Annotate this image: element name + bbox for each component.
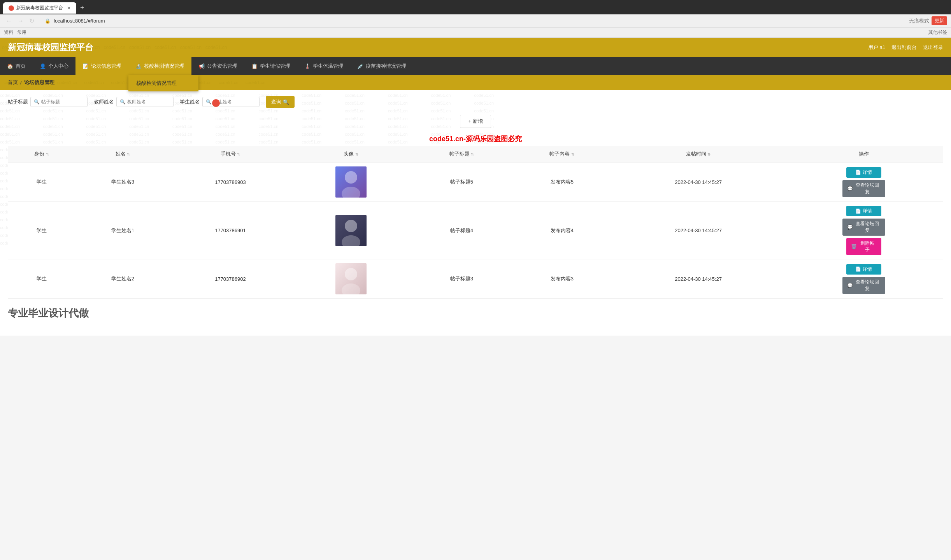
cell-name-2: 学生姓名2 xyxy=(75,259,170,299)
detail-icon-1: 📄 xyxy=(855,208,861,214)
reload-btn[interactable]: ↻ xyxy=(27,16,36,25)
svg-point-4 xyxy=(345,220,357,232)
nav-item-announcement[interactable]: 📢 公告资讯管理 xyxy=(191,57,244,75)
browser-right-controls: 无痕模式 更新 xyxy=(909,16,947,25)
forum-icon: 📝 xyxy=(82,63,89,69)
address-bar[interactable]: 🔒 localhost:8081/#/forum xyxy=(39,16,906,26)
sort-arrow-phone[interactable]: ⇅ xyxy=(237,152,240,156)
nav-label-vaccine: 疫苗接种情况管理 xyxy=(366,63,406,70)
cell-actions-2: 📄 详情💬 查看论坛回复 xyxy=(784,259,943,299)
nav-item-forum[interactable]: 📝 论坛信息管理 xyxy=(75,57,128,75)
user-label: 用户 a1 xyxy=(868,44,885,51)
favicon xyxy=(9,5,14,11)
vaccine-icon: 💉 xyxy=(357,63,363,69)
nav-item-nucleic[interactable]: 🔬 核酸检测情况管理 核酸检测情况管理 xyxy=(128,57,191,75)
update-btn[interactable]: 更新 xyxy=(932,16,947,25)
app-title-wrap: 新冠病毒校园监控平台 xyxy=(8,42,93,53)
incognito-label: 无痕模式 xyxy=(909,18,929,24)
sort-arrow-avatar[interactable]: ⇅ xyxy=(355,152,358,156)
dropdown-item-nucleic[interactable]: 核酸检测情况管理 xyxy=(128,75,198,91)
search-icon-2: 🔍 xyxy=(120,99,126,105)
sort-arrow-post-content[interactable]: ⇅ xyxy=(571,152,574,156)
query-search-icon: 🔍 xyxy=(283,99,289,105)
cell-name-1: 学生姓名1 xyxy=(75,202,170,259)
app-header-right: 用户 a1 退出到前台 退出登录 xyxy=(868,44,943,51)
back-to-front-btn[interactable]: 退出到前台 xyxy=(891,44,917,51)
view-icon-0: 💬 xyxy=(847,186,853,191)
main-content: code51.cncode51.cncode51.cncode51.cncode… xyxy=(0,90,951,336)
nucleic-icon: 🔬 xyxy=(135,63,142,69)
nucleic-dropdown: 核酸检测情况管理 xyxy=(128,75,198,91)
nav-item-personal[interactable]: 👤 个人中心 xyxy=(33,57,75,75)
view-replies-btn-0[interactable]: 💬 查看论坛回复 xyxy=(842,180,885,197)
url-text: localhost:8081/#/forum xyxy=(54,18,105,24)
col-post-content: 帖子内容 ⇅ xyxy=(512,146,612,163)
view-icon-1: 💬 xyxy=(847,224,853,230)
action-btns-2: 📄 详情💬 查看论坛回复 xyxy=(788,264,940,294)
student-name-input[interactable] xyxy=(213,99,256,105)
post-title-label: 帖子标题 xyxy=(8,98,28,105)
browser-tab[interactable]: 新冠病毒校园监控平台 ✕ xyxy=(3,2,76,14)
breadcrumb-home[interactable]: 首页 xyxy=(8,79,18,86)
nav-label-home: 首页 xyxy=(16,63,26,70)
cell-post-title-1: 帖子标题4 xyxy=(412,202,512,259)
lock-icon: 🔒 xyxy=(45,18,51,24)
teacher-name-input[interactable] xyxy=(127,99,170,105)
nav-item-vaccine[interactable]: 💉 疫苗接种情况管理 xyxy=(350,57,413,75)
cell-post-time-0: 2022-04-30 14:45:27 xyxy=(612,163,784,202)
view-replies-btn-1[interactable]: 💬 查看论坛回复 xyxy=(842,219,885,236)
sort-arrow-name[interactable]: ⇅ xyxy=(127,152,130,156)
person-icon: 👤 xyxy=(40,63,46,69)
sort-arrow-post-title[interactable]: ⇅ xyxy=(471,152,474,156)
nav-bar: 🏠 首页 👤 个人中心 📝 论坛信息管理 🔬 核酸检测情况管理 核酸检测情况管理… xyxy=(0,57,951,75)
app-title: 新冠病毒校园监控平台 xyxy=(8,42,93,52)
cell-actions-0: 📄 详情💬 查看论坛回复 xyxy=(784,163,943,202)
add-btn-container: + 新增 xyxy=(8,111,943,132)
post-title-input-wrap: 🔍 xyxy=(30,97,88,107)
search-teacher-name: 教师姓名 🔍 xyxy=(94,97,174,107)
table-header-row: 身份 ⇅ 姓名 ⇅ 手机号 ⇅ 头像 ⇅ xyxy=(8,146,943,163)
cell-post-time-1: 2022-04-30 14:45:27 xyxy=(612,202,784,259)
sort-arrow-role[interactable]: ⇅ xyxy=(46,152,49,156)
forward-btn[interactable]: → xyxy=(16,17,26,25)
query-btn-label: 查询 xyxy=(271,98,281,105)
bookmark-item-2[interactable]: 常用 xyxy=(17,29,26,36)
svg-point-7 xyxy=(345,268,357,280)
query-button[interactable]: 查询 🔍 xyxy=(266,96,295,108)
delete-btn-1[interactable]: 🗑️ 删除帖子 xyxy=(846,238,881,255)
add-button[interactable]: + 新增 xyxy=(460,115,491,128)
cell-post-content-2: 发布内容3 xyxy=(512,259,612,299)
tab-close-btn[interactable]: ✕ xyxy=(67,5,71,11)
view-replies-btn-2[interactable]: 💬 查看论坛回复 xyxy=(842,277,885,294)
sort-arrow-post-time[interactable]: ⇅ xyxy=(707,152,711,156)
table-row: 学生学生姓名217703786902 帖子标题3发布内容32022-04-30 … xyxy=(8,259,943,299)
other-bookmarks[interactable]: 其他书签 xyxy=(928,29,947,36)
logout-btn[interactable]: 退出登录 xyxy=(923,44,943,51)
nav-item-home[interactable]: 🏠 首页 xyxy=(0,57,33,75)
nav-label-temperature: 学生体温管理 xyxy=(313,63,343,70)
tab-title: 新冠病毒校园监控平台 xyxy=(16,5,63,11)
table-row: 学生学生姓名117703786901 帖子标题4发布内容42022-04-30 … xyxy=(8,202,943,259)
nav-item-leave[interactable]: 📋 学生请假管理 xyxy=(244,57,297,75)
nav-item-temperature[interactable]: 🌡️ 学生体温管理 xyxy=(297,57,350,75)
cell-role-2: 学生 xyxy=(8,259,75,299)
detail-btn-1[interactable]: 📄 详情 xyxy=(846,206,881,216)
col-post-time: 发帖时间 ⇅ xyxy=(612,146,784,163)
view-icon-2: 💬 xyxy=(847,283,853,288)
detail-btn-0[interactable]: 📄 详情 xyxy=(846,167,881,178)
cell-avatar-0 xyxy=(291,163,412,202)
nav-label-personal: 个人中心 xyxy=(48,63,68,70)
search-icon-3: 🔍 xyxy=(206,99,212,105)
svg-point-1 xyxy=(345,171,357,184)
cell-avatar-1 xyxy=(291,202,412,259)
bookmark-item-1[interactable]: 资料 xyxy=(4,29,13,36)
col-phone: 手机号 ⇅ xyxy=(170,146,290,163)
nav-controls: ← → ↻ xyxy=(4,16,36,25)
new-tab-btn[interactable]: + xyxy=(76,2,88,14)
back-btn[interactable]: ← xyxy=(4,17,14,25)
table-body: 学生学生姓名317703786903 帖子标题5发布内容52022-04-30 … xyxy=(8,163,943,299)
detail-btn-2[interactable]: 📄 详情 xyxy=(846,264,881,275)
post-title-input[interactable] xyxy=(41,99,84,105)
action-btns-0: 📄 详情💬 查看论坛回复 xyxy=(788,167,940,197)
cell-name-0: 学生姓名3 xyxy=(75,163,170,202)
